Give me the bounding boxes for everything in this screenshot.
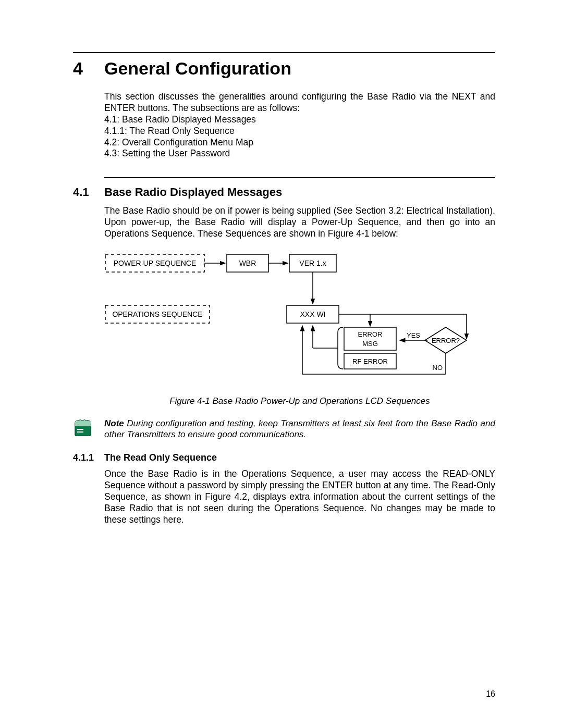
intro-lead: This section discusses the generalities …: [104, 91, 495, 114]
no-label: NO: [433, 364, 443, 372]
chapter-heading: 4 General Configuration: [73, 58, 495, 79]
bracket: [338, 327, 343, 369]
section-number: 4.1: [73, 186, 104, 199]
note-label: Note: [104, 418, 124, 428]
toc-item: 4.3: Setting the User Password: [104, 148, 495, 159]
ver-label: VER 1.x: [299, 259, 326, 267]
subsection-title: The Read Only Sequence: [104, 452, 217, 463]
section-4-1-body: The Base Radio should be on if power is …: [104, 205, 495, 240]
note-icon: [73, 418, 94, 439]
flowchart-svg: POWER UP SEQUENCE WBR VER 1.x OPERATIONS…: [104, 249, 469, 379]
chapter-number: 4: [73, 58, 104, 79]
operations-label: OPERATIONS SEQUENCE: [112, 310, 202, 318]
document-page: 4 General Configuration This section dis…: [0, 0, 563, 728]
error-label-2: MSG: [362, 340, 378, 348]
note-text: Note During configuration and testing, k…: [104, 418, 495, 440]
rf-error-label: RF ERROR: [352, 357, 388, 365]
note-block: Note During configuration and testing, k…: [73, 418, 495, 440]
error-q-label: ERROR?: [432, 337, 460, 344]
section-4-1-1-heading: 4.1.1 The Read Only Sequence: [73, 452, 495, 463]
intro-block: This section discusses the generalities …: [104, 91, 495, 159]
error-label-1: ERROR: [358, 330, 383, 338]
power-up-label: POWER UP SEQUENCE: [114, 259, 196, 267]
wbr-label: WBR: [239, 259, 256, 267]
svg-rect-1: [75, 422, 91, 426]
section-4-1-heading: 4.1 Base Radio Displayed Messages: [73, 186, 495, 199]
toc-item: 4.1: Base Radio Displayed Messages: [104, 114, 495, 126]
chapter-title: General Configuration: [104, 58, 291, 79]
section-rule: [104, 177, 495, 178]
figure-caption: Figure 4-1 Base Radio Power-Up and Opera…: [104, 396, 495, 406]
note-body: During configuration and testing, keep T…: [104, 418, 495, 439]
page-number: 16: [486, 689, 495, 699]
subsection-number: 4.1.1: [73, 452, 104, 463]
section-title: Base Radio Displayed Messages: [104, 186, 282, 199]
flowchart-figure: POWER UP SEQUENCE WBR VER 1.x OPERATIONS…: [104, 249, 495, 381]
yes-label: YES: [407, 331, 420, 339]
toc-item: 4.1.1: The Read Only Sequence: [104, 126, 495, 137]
toc-item: 4.2: Overall Configuration Menu Map: [104, 137, 495, 149]
section-4-1-1-body: Once the Base Radio is in the Operations…: [104, 468, 495, 525]
xxx-label: XXX WI: [300, 310, 325, 318]
rule-top: [73, 52, 495, 53]
